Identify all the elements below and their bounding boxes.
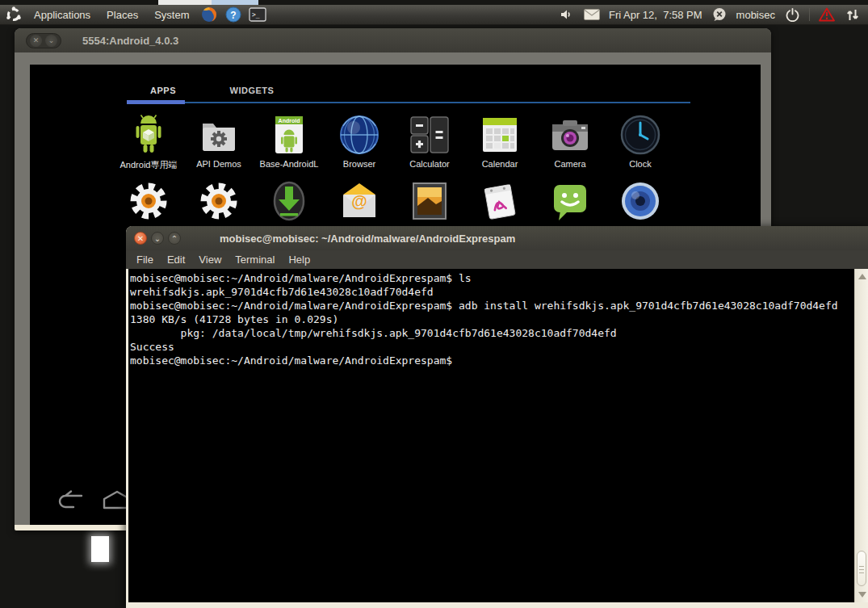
terminal-scrollbar[interactable] (854, 269, 868, 602)
app-music[interactable] (606, 180, 675, 222)
help-icon[interactable]: ? (224, 6, 242, 23)
app-label: Android専用端 (115, 159, 182, 171)
terminal-line: Success (130, 340, 854, 354)
close-button[interactable]: ✕ (134, 232, 147, 245)
app-dev-settings[interactable] (114, 180, 183, 222)
nav-back-button[interactable] (54, 489, 90, 510)
panel-separator (809, 8, 810, 21)
app-downloads[interactable] (254, 180, 324, 222)
terminal-line: mobisec@mobisec:~/Android/malware/Androi… (130, 299, 854, 312)
close-button[interactable]: ✕ (30, 35, 42, 47)
terminal-titlebar[interactable]: ✕ ⌄ ⌃ mobisec@mobisec: ~/Android/malware… (126, 226, 868, 250)
app-calendar[interactable]: Calendar (465, 114, 535, 169)
app-label: Camera (536, 159, 604, 169)
emulator-titlebar[interactable]: ✕ ⌄ 5554:Android_4.0.3 (15, 28, 771, 52)
terminal-line: wrehifsdkjs.apk_9701d4cfb7d61e43028c10ad… (130, 285, 854, 299)
terminal-window-title: mobisec@mobisec: ~/Android/malware/Andro… (220, 233, 515, 245)
svg-text:@: @ (351, 192, 367, 210)
base-android-card-icon: Android (268, 114, 310, 156)
terminal-line: mobisec@mobisec:~/Android/malware/Androi… (130, 271, 854, 285)
gallery-icon (409, 180, 451, 222)
app-calculator[interactable]: Calculator (395, 114, 464, 169)
emulator-window-buttons: ✕ ⌄ (26, 33, 61, 48)
menu-system[interactable]: System (149, 7, 194, 23)
app-label: API Demos (185, 159, 253, 169)
minimize-button[interactable]: ⌄ (151, 232, 164, 245)
tab-widgets[interactable]: WIDGETS (217, 81, 287, 103)
volume-icon[interactable] (557, 6, 575, 23)
maximize-button[interactable]: ⌃ (168, 232, 181, 245)
panel-clock[interactable]: Fri Apr 12, 7:58 PM (609, 9, 702, 21)
terminal-output[interactable]: mobisec@mobisec:~/Android/malware/Androi… (128, 269, 854, 602)
svg-text:Android: Android (279, 118, 300, 124)
menu-edit[interactable]: Edit (167, 254, 185, 266)
email-icon: @ (338, 180, 380, 222)
messaging-icon (549, 180, 591, 222)
top-panel: Applications Places System ? >_ (0, 5, 868, 25)
app-label: Calendar (466, 159, 534, 169)
app-base-android[interactable]: Android Base-AndroidL (254, 114, 324, 169)
calculator-icon (409, 114, 451, 156)
terminal-line: pkg: /data/local/tmp/wrehifsdkjs.apk_970… (130, 326, 854, 340)
tab-selected-indicator (127, 100, 185, 104)
menu-terminal[interactable]: Terminal (235, 254, 275, 266)
warning-icon[interactable] (818, 6, 836, 23)
gear-icon (198, 180, 240, 222)
svg-text:>_: >_ (252, 11, 260, 19)
app-label: Base-AndroidL (255, 159, 323, 169)
terminal-menubar: File Edit View Terminal Help (126, 250, 868, 269)
network-arrows-icon[interactable] (844, 6, 862, 23)
terminal-launcher-icon[interactable]: >_ (249, 6, 266, 23)
android-robot-icon (128, 114, 170, 156)
app-label: Browser (325, 159, 393, 169)
menu-places[interactable]: Places (102, 7, 143, 23)
terminal-line: 1380 KB/s (41728 bytes in 0.029s) (130, 312, 854, 326)
scroll-up-arrow[interactable] (858, 274, 866, 279)
tab-strip-line (127, 102, 690, 103)
scrollbar-thumb[interactable] (857, 551, 866, 586)
app-browser[interactable]: Browser (325, 114, 394, 169)
app-api-demos[interactable]: API Demos (184, 114, 254, 169)
camera-icon (549, 114, 591, 156)
app-messaging[interactable] (535, 180, 605, 222)
firefox-icon[interactable] (200, 6, 218, 23)
terminal-window-buttons: ✕ ⌄ ⌃ (134, 232, 181, 245)
notes-icon (479, 180, 521, 222)
terminal-line: mobisec@mobisec:~/Android/malware/Androi… (130, 354, 854, 367)
me-menu-icon[interactable] (711, 6, 728, 23)
panel-username[interactable]: mobisec (736, 9, 775, 21)
download-icon (268, 180, 310, 222)
app-label: Clock (606, 159, 674, 169)
app-wallpapers[interactable] (465, 180, 535, 222)
ubuntu-logo-icon[interactable] (5, 6, 23, 23)
calendar-icon (479, 114, 521, 156)
app-android-senyou[interactable]: Android専用端 (114, 114, 183, 171)
globe-icon (338, 114, 380, 156)
mail-icon[interactable] (583, 6, 601, 23)
app-camera[interactable]: Camera (535, 114, 605, 169)
menu-view[interactable]: View (199, 254, 221, 266)
svg-text:?: ? (231, 10, 237, 21)
scroll-down-arrow[interactable] (858, 592, 866, 598)
emulator-window-title: 5554:Android_4.0.3 (82, 35, 178, 47)
clock-icon (619, 114, 661, 156)
background-dialog-fragment (91, 536, 109, 562)
menu-applications[interactable]: Applications (29, 7, 95, 23)
app-clock[interactable]: Clock (606, 114, 675, 169)
desktop: Applications Places System ? >_ (0, 0, 868, 608)
power-icon[interactable] (783, 6, 801, 23)
terminal-window: ✕ ⌄ ⌃ mobisec@mobisec: ~/Android/malware… (126, 226, 868, 608)
speaker-icon (619, 180, 661, 222)
app-dev-tools[interactable] (184, 180, 254, 222)
menu-file[interactable]: File (136, 254, 153, 266)
app-gallery[interactable] (395, 180, 464, 222)
app-label: Calculator (396, 159, 463, 169)
minimize-button[interactable]: ⌄ (45, 35, 57, 47)
gear-icon (128, 180, 170, 222)
folder-gear-icon (198, 114, 240, 156)
app-email[interactable]: @ (325, 180, 394, 222)
menu-help[interactable]: Help (288, 254, 310, 266)
